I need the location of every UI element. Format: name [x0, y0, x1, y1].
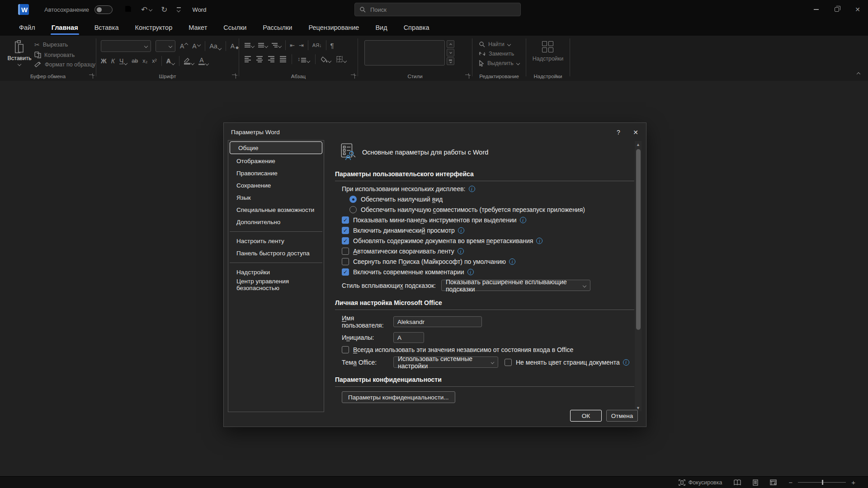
superscript-button[interactable]: x² — [152, 58, 156, 64]
format-painter-button[interactable]: Формат по образцу — [34, 61, 95, 68]
cancel-button[interactable]: Отмена — [606, 410, 638, 422]
gallery-up-icon[interactable] — [447, 40, 454, 48]
info-icon[interactable] — [458, 227, 464, 234]
radio-best-compatibility[interactable]: Обеспечить наилучшую совместимость (треб… — [349, 206, 634, 213]
numbered-list-button[interactable] — [258, 43, 268, 47]
sidebar-item-advanced[interactable]: Дополнительно — [228, 216, 324, 228]
tab-home[interactable]: Главная — [45, 20, 85, 35]
sidebar-item-customize-ribbon[interactable]: Настроить ленту — [228, 235, 324, 247]
info-icon[interactable] — [623, 359, 629, 366]
bold-button[interactable]: Ж — [101, 57, 107, 65]
sidebar-item-quick-access[interactable]: Панель быстрого доступа — [228, 247, 324, 259]
find-button[interactable]: Найти — [479, 41, 526, 47]
borders-button[interactable] — [336, 56, 346, 62]
cut-button[interactable]: ✂ Вырезать — [34, 41, 95, 48]
styles-gallery[interactable] — [364, 40, 445, 66]
tab-review[interactable]: Рецензирование — [302, 20, 365, 35]
shrink-font-button[interactable]: А — [192, 42, 200, 50]
dialog-launcher-icon[interactable] — [89, 75, 93, 79]
minimize-button[interactable] — [806, 0, 826, 19]
sidebar-item-trust-center[interactable]: Центр управления безопасностью — [228, 278, 324, 291]
multilevel-list-button[interactable] — [272, 43, 281, 47]
dialog-launcher-icon[interactable] — [351, 75, 355, 79]
dialog-launcher-icon[interactable] — [465, 75, 469, 79]
checkbox-collapse-ribbon[interactable]: Автоматически сворачивать ленту — [342, 248, 634, 255]
clear-formatting-button[interactable]: А◆ — [231, 42, 239, 50]
tab-references[interactable]: Ссылки — [217, 20, 253, 35]
addins-button[interactable]: Надстройки — [534, 41, 561, 62]
tab-help[interactable]: Справка — [397, 20, 436, 35]
tab-design[interactable]: Конструктор — [129, 20, 179, 35]
undo-button[interactable]: ↶ — [141, 5, 152, 14]
office-theme-dropdown[interactable]: Использовать системные настройки — [393, 357, 498, 368]
checkbox-always-use[interactable]: Всегда использовать эти значения независ… — [342, 346, 634, 353]
word-logo-icon[interactable]: W — [18, 4, 29, 15]
dialog-launcher-icon[interactable] — [232, 75, 236, 79]
info-icon[interactable] — [458, 248, 464, 254]
ok-button[interactable]: ОК — [570, 410, 602, 422]
align-right-icon[interactable] — [268, 56, 274, 62]
pilcrow-button[interactable]: ¶ — [330, 42, 334, 49]
text-effects-button[interactable]: А — [166, 57, 175, 65]
radio-best-appearance[interactable]: Обеспечить наилучший вид — [349, 196, 634, 203]
checkbox-mini-toolbar[interactable]: Показывать мини-панель инструментов при … — [342, 216, 634, 224]
gallery-down-icon[interactable] — [447, 49, 454, 56]
info-icon[interactable] — [509, 258, 515, 265]
read-mode-button[interactable] — [734, 479, 741, 485]
collapse-ribbon-icon[interactable] — [857, 72, 860, 76]
zoom-out-button[interactable]: − — [788, 479, 793, 486]
tab-insert[interactable]: Вставка — [88, 20, 125, 35]
initials-input[interactable] — [393, 332, 424, 343]
customize-qat-icon[interactable] — [177, 7, 181, 12]
checkbox-modern-comments[interactable]: Включить современные комментарии — [342, 268, 634, 276]
dialog-scrollbar[interactable]: ▲ ▼ — [635, 141, 642, 411]
restore-button[interactable] — [826, 0, 847, 19]
dialog-close-button[interactable]: ✕ — [629, 127, 642, 138]
info-icon[interactable] — [469, 186, 475, 192]
info-icon[interactable] — [536, 238, 542, 244]
paste-button[interactable]: Вставить — [6, 40, 33, 68]
sidebar-item-language[interactable]: Язык — [228, 192, 324, 204]
save-icon[interactable] — [124, 5, 132, 14]
web-layout-button[interactable] — [770, 479, 777, 485]
close-button[interactable]: ✕ — [847, 0, 868, 19]
zoom-slider-thumb[interactable] — [822, 480, 823, 485]
sidebar-item-addins[interactable]: Надстройки — [228, 266, 324, 278]
tooltip-style-dropdown[interactable]: Показывать расширенные всплывающие подск… — [441, 280, 590, 291]
search-input[interactable] — [370, 6, 506, 13]
gallery-more-icon[interactable] — [447, 57, 454, 65]
replace-button[interactable]: Заменить — [479, 51, 526, 57]
sidebar-item-general[interactable]: Общие — [230, 141, 322, 154]
tab-file[interactable]: Файл — [13, 20, 42, 35]
checkbox-icon[interactable] — [505, 359, 512, 366]
font-color-button[interactable]: А — [198, 57, 208, 66]
italic-button[interactable]: К — [111, 57, 115, 65]
shading-button[interactable] — [321, 56, 331, 62]
align-center-icon[interactable] — [256, 56, 263, 62]
sidebar-item-proofing[interactable]: Правописание — [228, 167, 324, 179]
font-name-combo[interactable] — [101, 40, 151, 52]
font-size-combo[interactable] — [156, 40, 175, 52]
line-spacing-button[interactable]: ↕ — [297, 56, 310, 62]
print-layout-button[interactable] — [753, 479, 758, 486]
zoom-in-button[interactable]: + — [851, 479, 855, 486]
scrollbar-thumb[interactable] — [636, 149, 641, 330]
info-icon[interactable] — [520, 217, 526, 223]
sort-button[interactable]: АЯ↓ — [312, 42, 322, 48]
privacy-settings-button[interactable]: Параметры конфиденциальности... — [342, 391, 455, 403]
increase-indent-icon[interactable]: ⇥ — [299, 42, 304, 49]
tab-mailings[interactable]: Рассылки — [256, 20, 298, 35]
checkbox-collapse-search[interactable]: Свернуть поле Поиска (Майкрософт) по умо… — [342, 258, 634, 265]
info-icon[interactable] — [467, 269, 474, 275]
select-button[interactable]: Выделить — [479, 60, 526, 66]
focus-mode-button[interactable]: Фокусировка — [679, 479, 722, 486]
sidebar-item-display[interactable]: Отображение — [228, 155, 324, 167]
change-case-button[interactable]: Аа — [210, 42, 221, 50]
checkbox-live-preview[interactable]: Включить динамический просмотр — [342, 227, 634, 234]
align-left-icon[interactable] — [245, 56, 251, 62]
decrease-indent-icon[interactable]: ⇤ — [290, 42, 295, 49]
scroll-up-icon[interactable]: ▲ — [635, 141, 642, 148]
tab-layout[interactable]: Макет — [182, 20, 213, 35]
tab-view[interactable]: Вид — [369, 20, 393, 35]
sidebar-item-save[interactable]: Сохранение — [228, 179, 324, 192]
